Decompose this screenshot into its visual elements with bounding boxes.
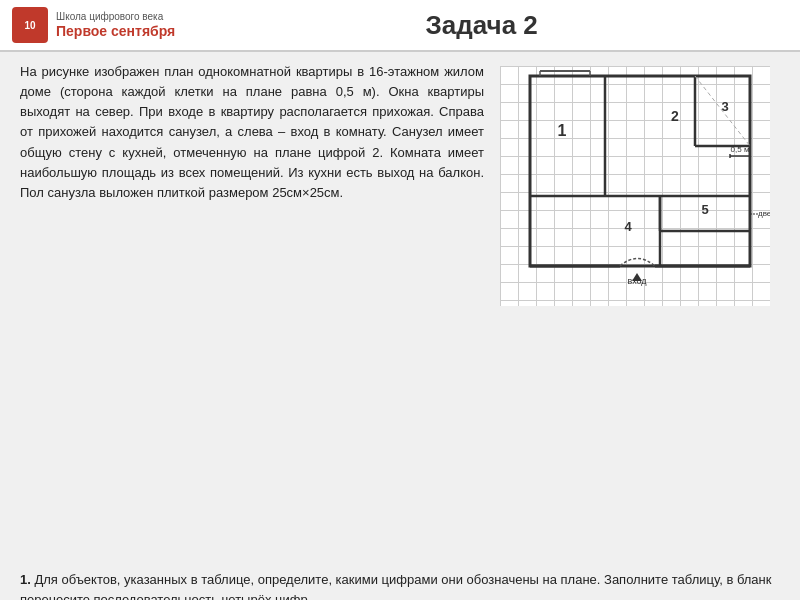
logo-bottom-text: Первое сентября [56, 23, 175, 40]
svg-line-26 [695, 76, 750, 146]
svg-text:2: 2 [671, 108, 679, 124]
logo-icon: 10 [12, 7, 48, 43]
question-body: Для объектов, указанных в таблице, опред… [20, 572, 771, 600]
svg-text:0,5 м: 0,5 м [731, 145, 750, 154]
floor-plan-block: 1 2 3 4 5 0,5 м дверь вход [500, 62, 780, 554]
logo-top-text: Школа цифрового века [56, 11, 175, 23]
logo-text: Школа цифрового века Первое сентября [56, 11, 175, 40]
floor-plan-svg: 1 2 3 4 5 0,5 м дверь вход [500, 66, 770, 306]
page-title: Задача 2 [175, 10, 788, 41]
svg-text:4: 4 [624, 219, 632, 234]
floor-plan: 1 2 3 4 5 0,5 м дверь вход [500, 66, 770, 306]
question-number: 1. [20, 572, 31, 587]
main-content: На рисунке изображен план однокомнатной … [0, 52, 800, 564]
logo: 10 Школа цифрового века Первое сентября [12, 7, 175, 43]
problem-text: На рисунке изображен план однокомнатной … [20, 62, 484, 554]
header: 10 Школа цифрового века Первое сентября … [0, 0, 800, 52]
question-text: 1. Для объектов, указанных в таблице, оп… [20, 570, 780, 600]
svg-text:дверь: дверь [758, 209, 770, 218]
svg-text:1: 1 [558, 122, 567, 139]
question-block: 1. Для объектов, указанных в таблице, оп… [0, 564, 800, 600]
svg-text:5: 5 [701, 202, 708, 217]
